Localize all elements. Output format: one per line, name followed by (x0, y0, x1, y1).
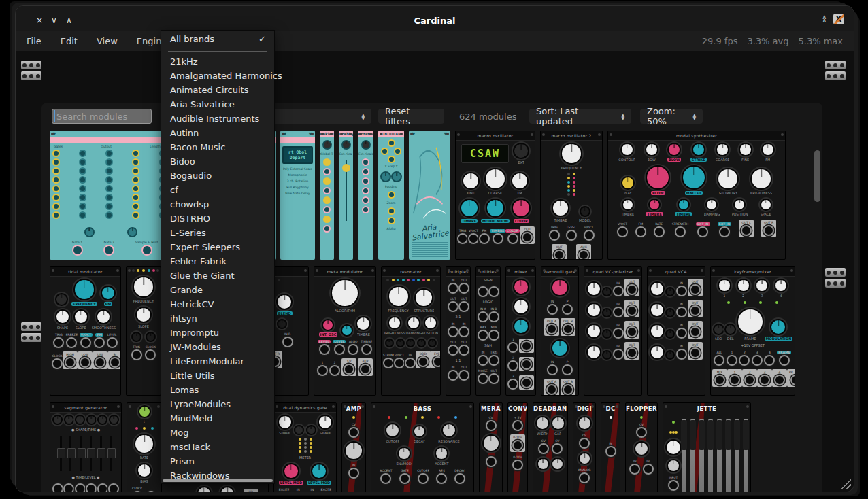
module-keyframer-mixer[interactable]: keyframer/mixer1234ADDDELFRAMEMODULATION… (710, 266, 795, 396)
module-resonator[interactable]: resonatorFREQUENCYSTRUCTUREBRIGHTNESSDAM… (381, 266, 441, 396)
module-jette[interactable]: JETTEINPUT (663, 402, 751, 492)
module-row: LEVEL MODLEVEL MOD (276, 463, 335, 485)
module-mixer[interactable]: mixer123 (505, 266, 536, 396)
brand-menu-item-hetrickcv[interactable]: HetrickCV (161, 297, 274, 311)
sort-select[interactable]: Sort: Last updated ▲▼ (529, 109, 631, 124)
module-amp[interactable]: AMPCVIN (341, 402, 366, 492)
module-aria-signature-art[interactable]: ♥♥AriaSalvatrice (409, 131, 450, 260)
jack: AUX (358, 358, 373, 376)
reset-filters-button[interactable]: Reset filters (378, 109, 444, 124)
brand-menu-item-chowdsp[interactable]: chowdsp (161, 197, 274, 211)
module-bass[interactable]: BASSCUTOFFDECAYRESONANCEENVMODACCENTACCE… (371, 402, 474, 492)
module-row (535, 458, 566, 470)
jack-label: LOW (82, 353, 88, 356)
module-random-sampler[interactable]: tRATEBIASCLOCK (127, 402, 162, 492)
brand-menu-item-lyraemodules[interactable]: LyraeModules (161, 397, 274, 411)
jack: STRENGTH (672, 222, 688, 237)
brand-menu-item-distrho[interactable]: DISTRHO (161, 211, 274, 226)
knob-unlabeled (131, 332, 141, 342)
brand-menu-item-fehler-fabrik[interactable]: Fehler Fabrik (161, 254, 274, 269)
brand-menu-item-bacon-music[interactable]: Bacon Music (161, 140, 274, 154)
module-utilities[interactable]: utilitiesSIGNLOGICIN AIN BMAXMINS&HINTRI… (475, 266, 501, 396)
module-aria-arcane[interactable]: ♥♥rt ObolDepartPoly External ScaleMonoph… (280, 131, 315, 260)
knob (513, 279, 529, 295)
slider (69, 436, 71, 471)
module-deadband[interactable]: DEADBANDWIDTHGAPCVCV (533, 402, 568, 492)
module-tidal-modulator[interactable]: tidal modulatorFREQUENCYFMSHAPESLOPESMOO… (50, 266, 121, 396)
module-quad-vc-polarizer[interactable]: quad VC-polarizerINOUTINOUTINOUTINOUT (584, 266, 642, 396)
brand-menu-item-expert-sleepers[interactable]: Expert Sleepers (161, 240, 274, 254)
rollup-icon[interactable]: ∧∧ (822, 16, 827, 22)
dropdown-scroll-hint[interactable] (163, 479, 273, 482)
brand-menu-item-bidoo[interactable]: Bidoo (161, 154, 274, 169)
brand-menu-item-cf[interactable]: cf (161, 183, 274, 197)
brand-menu-item-audible-instruments[interactable]: Audible Instruments (161, 111, 274, 126)
brand-menu-item-animated-circuits[interactable]: Animated Circuits (161, 83, 274, 97)
brand-menu-item-little-utils[interactable]: Little Utils (161, 368, 274, 383)
module-aria-undular[interactable]: UnDuLaRX Step YPaddingZoomAlpha (378, 131, 404, 260)
screw-icon (598, 133, 601, 136)
brand-menu-item-amalgamated-harmonics[interactable]: Amalgamated Harmonics (161, 69, 274, 83)
module-dual-dynamics-gate[interactable]: dual dynamics gateSHAPESHAPEMETERLEVEL M… (273, 402, 337, 492)
jack-label: 0-10V (513, 455, 522, 459)
zoom-select[interactable]: Zoom: 50% ▲▼ (640, 109, 703, 124)
module-macro-oscillator-2[interactable]: macro oscillator 2FREQUENCYTIMBREMODELTR… (540, 131, 603, 260)
jack-port (348, 468, 359, 479)
brand-menu-item-mog[interactable]: Mog (161, 426, 274, 440)
brand-menu-item-glue-the-giant[interactable]: Glue the Giant (161, 269, 274, 283)
brand-menu-item-mschack[interactable]: mscHack (161, 440, 274, 454)
module-text: Monophonic (281, 173, 314, 177)
knob-blend (276, 294, 293, 310)
module-meta-modulator[interactable]: meta modulatorALGORITHMINT. OSCTIMBRELEV… (314, 266, 376, 396)
module-bernoulli-gate[interactable]: bernoulli gateINPOUT AOUT BINPOUT AOUT B (541, 266, 579, 396)
module-aria-grabby[interactable]: GrabbyExt. Scale (339, 131, 353, 260)
module-aria-rotatoes[interactable]: RotatoesExt. Scale (358, 131, 373, 260)
module-multiples[interactable]: multiplesINOUTOUTOUT3:1ININOUTOUT1:1INOU… (446, 266, 471, 396)
brand-menu-item-impromptu[interactable]: Impromptu (161, 326, 274, 340)
module-segment-generator[interactable]: segment generator● SHAPE/TIME ●● TIME/LE… (50, 402, 122, 492)
brand-menu-item-all-brands[interactable]: All brands ✓ (161, 31, 274, 48)
brand-menu-item-aria-salvatrice[interactable]: Aria Salvatrice (161, 97, 274, 111)
module-aria-pokies[interactable]: PokiesGlobal Trig (320, 131, 334, 260)
brand-menu-item-autinn[interactable]: Autinn (161, 126, 274, 140)
knob-add (713, 324, 724, 335)
jack: P (562, 360, 573, 375)
knob-label: PLAY (624, 191, 632, 195)
menu-item-view[interactable]: View (97, 36, 118, 46)
module-mera[interactable]: MERACV (479, 402, 503, 492)
module-row: OUT AOUT B (543, 318, 577, 336)
module-modal-synthesizer[interactable]: modal synthesizerCONTOURBOWBLOWSTRIKECOA… (607, 131, 786, 260)
module-row: SLOPE (128, 307, 159, 328)
search-input[interactable] (52, 109, 152, 124)
menu-item-edit[interactable]: Edit (61, 36, 78, 46)
module-conv[interactable]: CONV+ 5V0-10V0-10V (507, 402, 528, 492)
module-macro-oscillator[interactable]: macro oscillatorCSAWEXTFINECOARSEFMTIMBR… (455, 131, 535, 260)
brand-menu-item-bogaudio[interactable]: Bogaudio (161, 169, 274, 183)
led (135, 427, 138, 430)
module-flopper[interactable]: FLOPPERCVININ (625, 402, 658, 492)
brand-menu-item-e-series[interactable]: E-Series (161, 226, 274, 240)
module-quad-vca[interactable]: quad VCAINOUTINOUTINOUTINOUT (647, 266, 705, 396)
knob-unlabeled (86, 415, 97, 425)
module-dc[interactable]: DCIN (601, 402, 620, 492)
brand-menu-item-lomas[interactable]: Lomas (161, 383, 274, 397)
module-tidal-modulator-2[interactable]: FREQUENCYSLOPETRIGCLOCK (126, 266, 161, 396)
module-digi[interactable]: DIGICVANALOG (573, 402, 596, 492)
led (304, 450, 307, 453)
brand-menu-item-jw-modules[interactable]: JW-Modules (161, 340, 274, 354)
vertical-scrollbar[interactable] (814, 150, 820, 202)
brand-menu-item-grande[interactable]: Grande (161, 283, 274, 297)
screw-icon (542, 133, 545, 136)
brand-menu-item-21khz[interactable]: 21kHz (161, 54, 274, 69)
menu-item-file[interactable]: File (27, 36, 41, 46)
jack-port (108, 483, 119, 492)
brand-menu-item-ihtsyn[interactable]: ihtsyn (161, 311, 274, 326)
module-text: Full Polyphony (281, 186, 314, 189)
brand-menu-item-lifeformmodular[interactable]: LifeFormModular (161, 354, 274, 368)
jack-port (779, 355, 790, 366)
module-text: Ext. Scale (358, 152, 373, 156)
brand-menu-item-prism[interactable]: Prism (161, 454, 274, 468)
brand-menu-item-mindmeld[interactable]: MindMeld (161, 411, 274, 426)
grid-knob (105, 167, 113, 175)
knob: DAMPING (704, 199, 720, 216)
